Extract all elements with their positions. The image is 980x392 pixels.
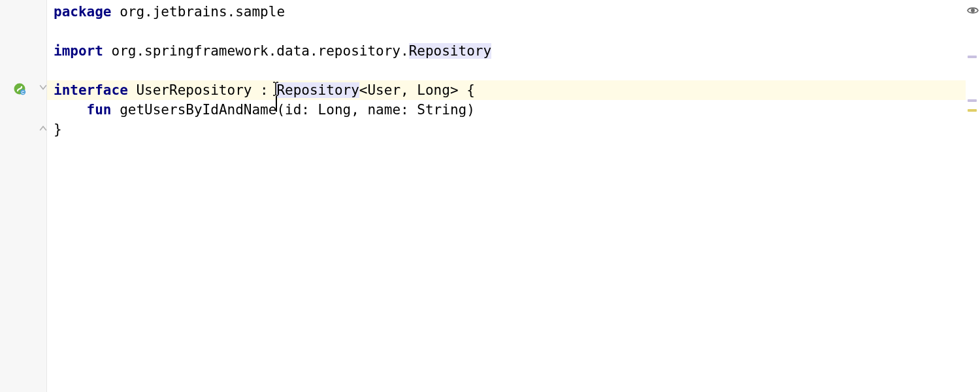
code-line[interactable]: package org.jetbrains.sample (47, 2, 966, 22)
code-line[interactable] (47, 61, 966, 80)
code-text: } (54, 122, 62, 137)
fold-region-start-icon[interactable] (39, 84, 47, 91)
left-gutter: C (0, 0, 47, 392)
code-line[interactable]: fun getUsersByIdAndName(id: Long, name: … (47, 100, 966, 120)
keyword-package: package (54, 4, 112, 20)
code-text: org.jetbrains.sample (112, 4, 286, 20)
code-text-area[interactable]: package org.jetbrains.sample import org.… (47, 0, 966, 392)
keyword-import: import (54, 43, 103, 59)
keyword-fun: fun (87, 102, 112, 118)
svg-text:C: C (22, 90, 25, 95)
code-line[interactable]: } (47, 120, 966, 139)
code-text: <User, Long> { (359, 82, 475, 98)
usage-highlight: Repository (409, 43, 491, 59)
error-stripe-mark[interactable] (968, 56, 977, 58)
code-line-active[interactable]: interface UserRepository : Repository<Us… (47, 80, 966, 100)
spring-bean-icon[interactable]: C (13, 82, 26, 95)
right-gutter (966, 0, 980, 392)
fold-region-end-icon[interactable] (39, 124, 47, 132)
warning-stripe-mark[interactable] (968, 109, 977, 112)
keyword-interface: interface (54, 82, 128, 98)
code-text: UserRepository : (128, 82, 277, 98)
code-text: org.springframework.data.repository. (103, 43, 409, 59)
code-indent (54, 102, 87, 118)
code-editor[interactable]: C package org.jetbrains.sample import or… (0, 0, 980, 392)
inspections-eye-icon[interactable] (967, 4, 979, 16)
error-stripe-mark[interactable] (968, 99, 977, 102)
code-text: getUsersByIdAndName(id: Long, name: Stri… (112, 102, 475, 118)
svg-point-3 (971, 8, 975, 12)
usage-highlight: Repository (276, 82, 359, 98)
code-line[interactable]: import org.springframework.data.reposito… (47, 41, 966, 61)
code-line[interactable] (47, 22, 966, 41)
